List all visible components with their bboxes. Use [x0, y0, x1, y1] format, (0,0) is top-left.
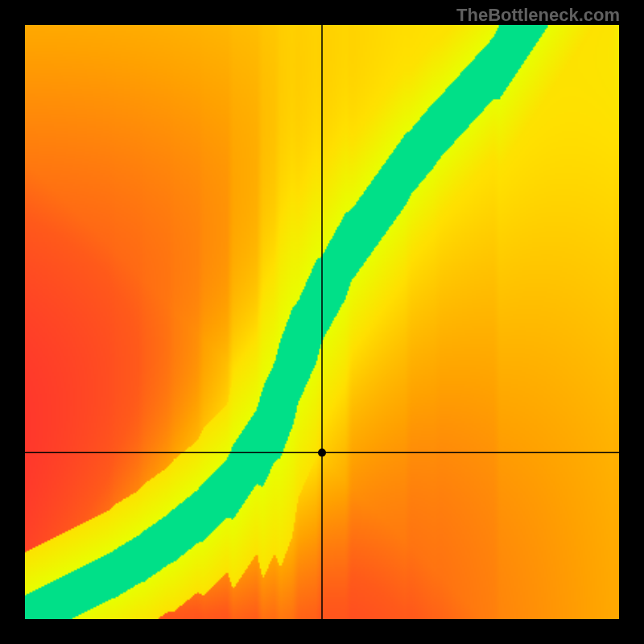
bottleneck-heatmap — [0, 0, 644, 644]
watermark-text: TheBottleneck.com — [456, 5, 620, 26]
chart-container: TheBottleneck.com — [0, 0, 644, 644]
